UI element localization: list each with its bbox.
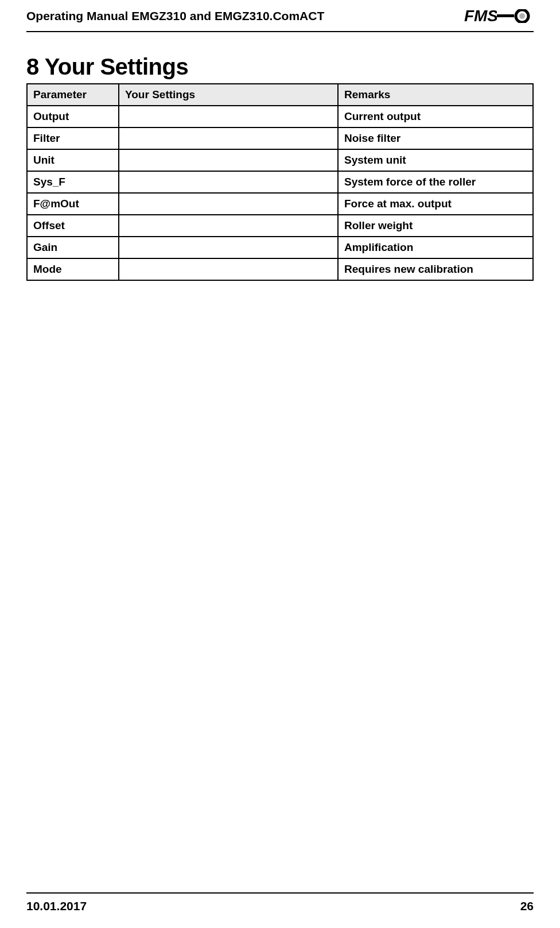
cell-parameter: Filter — [27, 127, 119, 149]
header-title: Operating Manual EMGZ310 and EMGZ310.Com… — [26, 9, 324, 23]
cell-your-settings — [119, 127, 338, 149]
cell-parameter: Mode — [27, 258, 119, 280]
section-title: 8 Your Settings — [26, 54, 534, 80]
th-remarks: Remarks — [338, 84, 533, 106]
cell-remarks: System force of the roller — [338, 171, 533, 193]
table-row: Sys_F System force of the roller — [27, 171, 533, 193]
table-row: Offset Roller weight — [27, 215, 533, 237]
table-row: F@mOut Force at max. output — [27, 193, 533, 215]
cell-remarks: Roller weight — [338, 215, 533, 237]
th-your-settings: Your Settings — [119, 84, 338, 106]
cell-remarks: Force at max. output — [338, 193, 533, 215]
table-row: Gain Amplification — [27, 237, 533, 258]
cell-your-settings — [119, 106, 338, 127]
settings-table: Parameter Your Settings Remarks Output C… — [26, 83, 534, 281]
cell-your-settings — [119, 237, 338, 258]
table-row: Filter Noise filter — [27, 127, 533, 149]
svg-point-2 — [519, 13, 525, 19]
table-row: Output Current output — [27, 106, 533, 127]
cell-parameter: Unit — [27, 149, 119, 171]
cell-your-settings — [119, 149, 338, 171]
cell-parameter: Offset — [27, 215, 119, 237]
cell-remarks: Noise filter — [338, 127, 533, 149]
table-row: Mode Requires new calibration — [27, 258, 533, 280]
footer-page-number: 26 — [520, 899, 534, 913]
table-header-row: Parameter Your Settings Remarks — [27, 84, 533, 106]
cell-remarks: Current output — [338, 106, 533, 127]
document-header: Operating Manual EMGZ310 and EMGZ310.Com… — [26, 7, 534, 31]
cell-parameter: Sys_F — [27, 171, 119, 193]
cell-remarks: System unit — [338, 149, 533, 171]
document-footer: 10.01.2017 26 — [26, 892, 534, 913]
logo: FMS — [464, 7, 534, 25]
cell-your-settings — [119, 215, 338, 237]
cell-your-settings — [119, 171, 338, 193]
header-rule — [26, 31, 534, 32]
logo-swoosh-icon — [497, 9, 534, 23]
th-parameter: Parameter — [27, 84, 119, 106]
table-row: Unit System unit — [27, 149, 533, 171]
svg-rect-4 — [497, 14, 514, 17]
logo-text: FMS — [464, 7, 498, 25]
cell-remarks: Requires new calibration — [338, 258, 533, 280]
cell-parameter: Gain — [27, 237, 119, 258]
cell-parameter: Output — [27, 106, 119, 127]
cell-remarks: Amplification — [338, 237, 533, 258]
cell-your-settings — [119, 258, 338, 280]
footer-rule — [26, 892, 534, 894]
cell-your-settings — [119, 193, 338, 215]
footer-date: 10.01.2017 — [26, 899, 87, 913]
cell-parameter: F@mOut — [27, 193, 119, 215]
